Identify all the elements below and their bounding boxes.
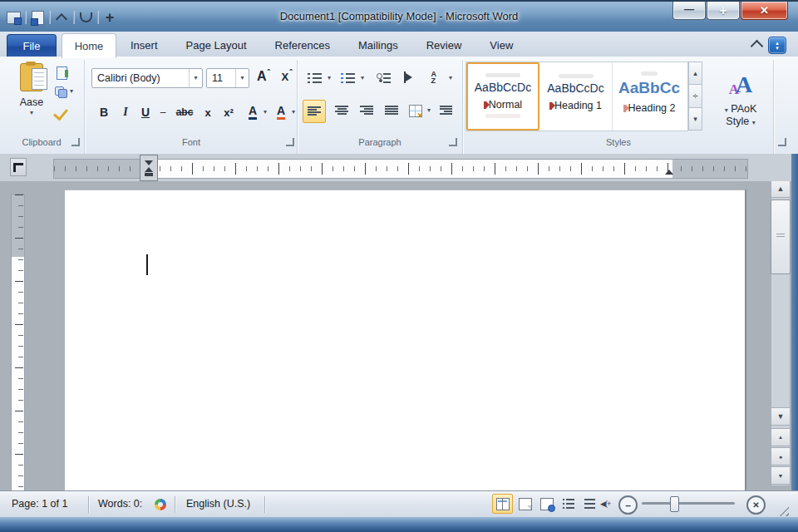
minimize-button[interactable]: — [672,2,706,20]
subscript-button[interactable]: x [200,101,216,123]
styles-scroll-mid-button[interactable]: ÷ [688,84,702,107]
indent-markers[interactable] [140,155,158,181]
styles-more-button[interactable]: ▾ [688,107,702,131]
superscript-button[interactable]: x² [218,101,239,123]
tab-review[interactable]: Review [412,33,476,57]
align-center-button[interactable] [331,100,352,121]
tab-references[interactable]: References [261,33,344,57]
paragraph-dialog-launcher-icon[interactable] [449,138,457,146]
style-name: Heading 1 [554,100,602,111]
borders-dropdown[interactable]: ▾ [424,100,434,121]
font-size-combobox[interactable]: 11 ▾ [206,68,249,88]
tab-label: Page Layout [186,39,247,52]
sort-dropdown[interactable]: ▾ [446,68,456,88]
zoom-slider-track[interactable] [642,502,735,505]
style-marker-icon [484,101,486,109]
change-styles-button[interactable]: A A ▾ PAoK Style ▾ [710,62,771,133]
print-layout-view-button[interactable] [492,494,513,514]
word-count[interactable]: Words: 0: [98,498,142,510]
outline-view-button[interactable] [559,495,578,513]
right-indent-marker[interactable] [665,170,673,175]
justify-button[interactable] [381,100,402,121]
web-layout-view-button[interactable] [537,495,556,513]
bullets-button[interactable] [304,68,324,88]
text-effects-button[interactable]: A [244,101,261,123]
styles-scroll-up-button[interactable]: ▴ [688,62,702,85]
line-spacing-button[interactable] [436,100,457,121]
numbering-button[interactable] [337,68,357,88]
align-right-button[interactable] [356,100,377,121]
style-normal[interactable]: AaBbCcDc Normal [466,62,539,131]
paste-button[interactable]: Aase ▾ [10,63,53,116]
bold-label: B [100,106,108,119]
left-indent-icon[interactable] [145,173,153,176]
fullscreen-reading-view-button[interactable] [515,495,534,513]
zoom-slider-thumb[interactable] [670,496,679,512]
hanging-indent-icon[interactable] [145,167,153,172]
bullets-dropdown[interactable]: ▾ [324,68,334,88]
next-page-button[interactable]: ▼ [771,466,791,485]
status-separator [175,496,175,513]
caret-down-icon: ▾ [752,119,756,126]
strikethrough-button[interactable]: abc [171,101,198,123]
font-dialog-launcher-icon[interactable] [286,138,294,146]
underline-dropdown[interactable]: – [156,101,170,123]
font-size-dropdown[interactable]: ▾ [235,69,249,87]
shrink-font-button[interactable]: Xˆ [276,66,298,86]
previous-page-button[interactable]: ▴ [771,428,791,446]
styles-group-label: Styles [464,137,773,147]
italic-button[interactable]: I [116,101,135,123]
language-status[interactable]: English (U.S.) [186,498,250,510]
grow-font-button[interactable]: Aˆ [253,66,274,86]
first-line-indent-icon[interactable] [145,160,153,165]
style-heading-1[interactable]: AaBbCcDc Heading 1 [539,62,613,131]
bold-button[interactable]: B [95,101,113,123]
font-family-combobox[interactable]: Calibri (Body) ▾ [91,68,203,88]
zoom-out-button[interactable]: – [618,495,638,515]
vertical-scrollbar: ✕ ▲ ▼ ▴ ● ▼ [770,181,791,490]
scrollbar-thumb[interactable] [771,200,791,274]
multilevel-list-button[interactable] [372,68,394,88]
tab-insert[interactable]: Insert [116,33,172,57]
text-effects-label: A [249,105,257,120]
select-browse-object-button[interactable]: ● [771,447,791,466]
cut-button[interactable] [57,66,67,80]
caret-down-icon: ▾ [776,46,779,51]
tab-home[interactable]: Home [62,33,116,58]
zoom-in-button[interactable]: ✕ [746,495,766,515]
numbering-dropdown[interactable]: ▾ [357,68,367,88]
font-color-dropdown[interactable]: ▾ [288,101,298,123]
format-painter-button[interactable] [57,106,65,120]
minimize-ribbon-icon[interactable] [751,40,764,53]
x-icon: ✕ [752,501,759,510]
underline-button[interactable]: U [136,101,155,123]
tab-page-layout[interactable]: Page Layout [172,33,261,57]
tab-mailings[interactable]: Mailings [344,33,412,57]
font-color-button[interactable]: A [273,101,289,123]
document-workspace: ✕ ▲ ▼ ▴ ● ▼ [0,181,798,490]
borders-button[interactable] [406,100,426,121]
font-family-dropdown[interactable]: ▾ [189,69,202,87]
close-button[interactable]: ✕ [741,2,788,20]
tab-file[interactable]: File [7,34,57,57]
draft-view-button[interactable] [580,495,599,513]
scroll-down-button[interactable]: ▼ [771,407,791,426]
style-heading-2[interactable]: AaBbCc Heading 2 [613,62,686,131]
maximize-button[interactable]: + [707,2,740,20]
sort-button[interactable]: AZ [426,66,446,88]
vertical-ruler[interactable] [11,194,25,490]
align-left-button[interactable] [303,100,326,123]
page-count[interactable]: Page: 1 of 1 [12,498,67,510]
copy-button[interactable]: ▾ [55,86,73,96]
tab-selector-button[interactable] [10,158,27,176]
document-page[interactable] [65,190,745,490]
text-effects-dropdown[interactable]: ▾ [260,101,270,123]
tab-view[interactable]: View [475,33,527,57]
help-button[interactable]: ▴ ▾ [768,37,786,54]
increase-indent-button[interactable] [397,66,419,88]
scroll-up-button[interactable]: ▲ [771,181,791,198]
clipboard-dialog-launcher-icon[interactable] [71,138,80,146]
proofing-status-icon[interactable] [155,499,166,510]
style-preview: AaBbCcDc [547,81,603,95]
styles-dialog-launcher-icon[interactable] [778,138,786,146]
